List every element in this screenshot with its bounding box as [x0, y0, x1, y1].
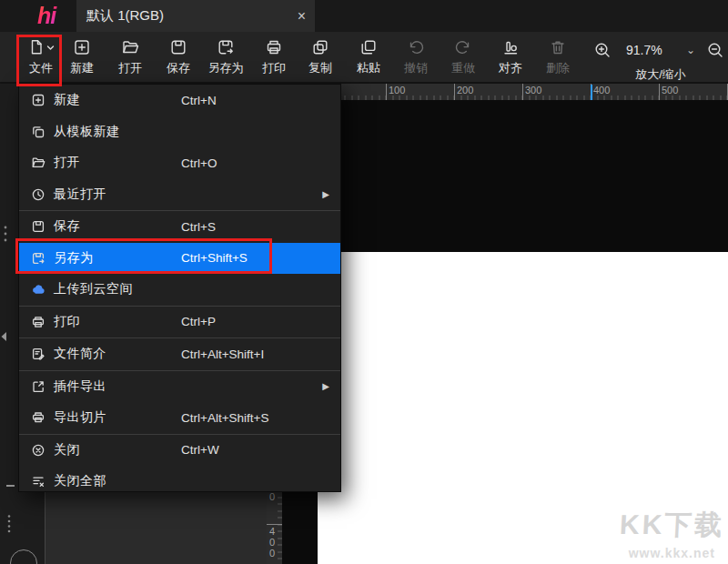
open-folder-icon — [121, 36, 139, 58]
redo-button-label: 重做 — [451, 60, 475, 76]
menu-item-label: 最近打开 — [54, 186, 106, 203]
save-as-button-label: 另存为 — [208, 60, 244, 76]
menu-item-print[interactable]: 打印 Ctrl+P — [19, 307, 340, 338]
drag-handle-dots-icon — [2, 225, 9, 245]
menu-item-shortcut: Ctrl+W — [181, 443, 219, 457]
zoom-in-icon[interactable] — [593, 41, 612, 63]
zoom-chevron-down-icon[interactable]: ⌄ — [686, 44, 695, 56]
menu-item-shortcut: Ctrl+Alt+Shift+S — [181, 411, 268, 425]
menu-item-label: 新建 — [54, 92, 80, 108]
save-as-button[interactable]: 另存为 — [200, 36, 251, 80]
menu-item-close-all[interactable]: 关闭全部 — [19, 466, 340, 498]
save-button[interactable]: 保存 — [153, 36, 204, 80]
menu-item-label: 保存 — [54, 218, 80, 235]
document-canvas[interactable]: KK下载 www.kkx.net — [318, 252, 728, 564]
open-button[interactable]: 打开 — [105, 36, 156, 80]
menu-item-close[interactable]: 关闭 Ctrl+W — [19, 435, 340, 467]
collapse-arrow-icon[interactable] — [0, 331, 7, 342]
main-toolbar: 文件 新建 打开 保存 另存为 — [0, 32, 728, 84]
redo-button[interactable]: 重做 — [438, 36, 489, 80]
paste-icon — [359, 36, 378, 58]
hruler-label: 500 — [662, 85, 678, 96]
menu-item-label: 上传到云空间 — [54, 281, 133, 297]
menu-item-upload-cloud[interactable]: 上传到云空间 — [19, 274, 340, 306]
file-button-label: 文件 — [29, 60, 53, 76]
menu-item-open[interactable]: 打开 Ctrl+O — [19, 147, 340, 179]
menu-item-recent[interactable]: 最近打开 ▶ — [19, 179, 340, 211]
menu-item-shortcut: Ctrl+O — [181, 156, 217, 170]
undo-button-label: 撤销 — [404, 60, 428, 76]
menu-item-shortcut: Ctrl+N — [181, 94, 217, 107]
vruler-digit: 4 — [269, 526, 275, 537]
save-as-icon — [31, 251, 46, 266]
hruler-tick-500 — [659, 84, 660, 100]
hruler-label: 300 — [525, 85, 541, 96]
hruler-tick-200 — [454, 84, 455, 100]
save-button-label: 保存 — [167, 60, 190, 76]
tool-dots-icon — [5, 514, 13, 534]
print-icon — [31, 315, 46, 329]
menu-item-new[interactable]: 新建 Ctrl+N — [19, 85, 340, 116]
open-folder-icon — [31, 156, 46, 170]
new-icon — [31, 93, 46, 107]
paste-button[interactable]: 粘贴 — [343, 36, 394, 80]
menu-item-shortcut: Ctrl+P — [181, 315, 216, 328]
copy-button-label: 复制 — [308, 60, 332, 76]
tool-dash-icon — [6, 485, 15, 487]
menu-item-plugin-export[interactable]: 插件导出 ▶ — [19, 371, 340, 403]
app-window: hi 默认 1(RGB) × 文件 新建 打开 — [0, 0, 728, 564]
vruler-tick-400 — [267, 524, 282, 525]
tool-circle-icon[interactable] — [10, 549, 37, 564]
recent-clock-icon — [31, 187, 46, 202]
template-icon — [31, 125, 46, 139]
vruler-digit: 0 — [269, 548, 275, 559]
print-icon — [265, 36, 283, 58]
file-menu-dropdown: 新建 Ctrl+N 从模板新建 打开 Ctrl+O 最近打开 ▶ 保存 — [18, 84, 341, 492]
document-tab[interactable]: 默认 1(RGB) × — [76, 0, 315, 32]
menu-item-label: 从模板新建 — [54, 124, 120, 140]
undo-icon — [407, 36, 425, 58]
export-slices-icon — [31, 410, 46, 425]
new-button[interactable]: 新建 — [56, 36, 107, 80]
hruler-label: 200 — [457, 85, 473, 96]
copy-button[interactable]: 复制 — [295, 36, 346, 80]
redo-icon — [454, 36, 472, 58]
menu-item-save[interactable]: 保存 Ctrl+S — [19, 211, 340, 243]
title-bar: hi 默认 1(RGB) × — [0, 0, 728, 32]
watermark: KK下载 www.kkx.net — [620, 507, 724, 560]
menu-item-label: 打印 — [54, 314, 80, 330]
cloud-upload-icon — [31, 282, 46, 297]
menu-item-shortcut: Ctrl+Shift+S — [181, 251, 248, 265]
copy-icon — [311, 36, 329, 58]
print-button[interactable]: 打印 — [248, 36, 299, 80]
print-button-label: 打印 — [262, 60, 286, 76]
menu-item-export-slices[interactable]: 导出切片 Ctrl+Alt+Shift+S — [19, 402, 340, 434]
zoom-out-icon[interactable] — [706, 41, 724, 63]
submenu-arrow-icon: ▶ — [322, 381, 329, 391]
document-tab-title: 默认 1(RGB) — [86, 0, 164, 32]
tab-close-icon[interactable]: × — [298, 0, 306, 32]
file-info-icon — [31, 347, 46, 361]
plugin-export-icon — [31, 379, 46, 394]
watermark-title: KK下载 — [619, 507, 725, 544]
zoom-percent-value[interactable]: 91.7% — [626, 43, 662, 57]
menu-item-label: 插件导出 — [54, 378, 106, 395]
save-as-icon — [217, 36, 235, 58]
delete-button[interactable]: 删除 — [532, 36, 583, 80]
align-button-label: 对齐 — [499, 60, 522, 76]
cursor-position-marker — [591, 85, 592, 100]
undo-button[interactable]: 撤销 — [390, 36, 441, 80]
align-button[interactable]: 对齐 — [485, 36, 536, 80]
open-button-label: 打开 — [118, 60, 142, 76]
close-all-icon — [31, 474, 46, 488]
app-logo: hi — [25, 2, 67, 30]
menu-item-shortcut: Ctrl+S — [181, 220, 216, 234]
trash-icon — [549, 36, 567, 58]
menu-item-file-info[interactable]: 文件简介 Ctrl+Alt+Shift+I — [19, 338, 340, 370]
file-page-icon — [27, 36, 55, 58]
menu-item-label: 文件简介 — [54, 346, 106, 362]
delete-button-label: 删除 — [546, 60, 570, 76]
menu-item-shortcut: Ctrl+Alt+Shift+I — [181, 347, 264, 361]
menu-item-save-as[interactable]: 另存为 Ctrl+Shift+S — [19, 243, 340, 275]
menu-item-new-from-template[interactable]: 从模板新建 — [19, 116, 340, 148]
